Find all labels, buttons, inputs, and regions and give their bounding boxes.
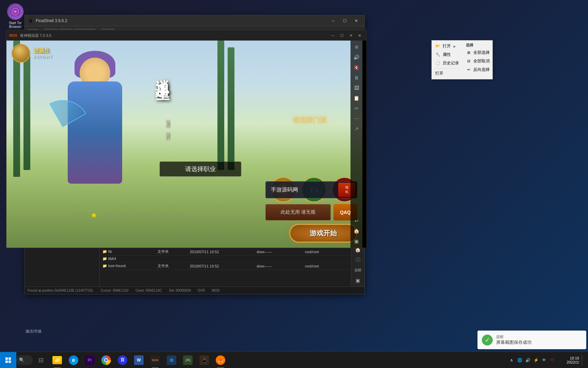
status-found: Found at position 0x00AE116E (11407726).: [28, 289, 94, 292]
table-row[interactable]: 📁 lib 文件夹 2019/07/11 10:52 drwx------ ro…: [100, 248, 351, 256]
tor-label: Start Tor Browser: [3, 21, 27, 29]
notification-icon: ✓: [482, 335, 493, 346]
ctx-divider: [435, 68, 460, 68]
taskbar-icon-explorer[interactable]: 📁: [49, 352, 65, 368]
nox-sidebar: ⊞ 🔊 🔇 🖥 🖼 📋 ✂ ⋯ ↗ ↩ 🏠 ▣: [350, 41, 362, 248]
nox-extra[interactable]: ⊞: [356, 32, 364, 39]
invert-icon: ↩: [466, 67, 471, 73]
taskbar-search[interactable]: 🔍: [16, 352, 33, 368]
desktop-icon-tor[interactable]: Start Tor Browser: [3, 3, 27, 29]
status-caret: Caret: 00AE119C: [135, 289, 162, 292]
game-area: 逍遥生 KNIGHT 逍遥生 快意思，踏歌行 请选择职业: [6, 41, 362, 248]
taskbar-icon-unknown3[interactable]: 📱: [196, 352, 212, 368]
taskbar-taskview[interactable]: ⊟: [33, 352, 49, 368]
systray-network[interactable]: 🌐: [516, 357, 523, 364]
table-row[interactable]: 📁 lib64: [100, 256, 351, 262]
ignore-btn[interactable]: 此处无用 请无视: [265, 204, 331, 220]
notification-content: 提醒 屏幕截图保存成功: [496, 334, 532, 346]
nox-side-btn-external[interactable]: ↗: [352, 124, 362, 134]
finalshell-statusbar: Found at position 0x00AE116E (11407726).…: [25, 287, 364, 294]
star-6: ☆: [146, 210, 156, 220]
faction-title: 请选择门派: [293, 116, 327, 124]
systray-input[interactable]: 中: [541, 357, 548, 364]
nox-close[interactable]: ✕: [347, 32, 355, 39]
svg-rect-10: [5, 357, 8, 360]
systray-sound[interactable]: 🔊: [524, 357, 531, 364]
notification-toast: ✓ 提醒 屏幕截图保存成功: [477, 331, 586, 349]
taskbar-clock[interactable]: 18:16 2022/1/: [567, 356, 579, 364]
star-1: ☆: [75, 210, 85, 220]
nox-side-btn-expand[interactable]: ⊞: [352, 42, 362, 52]
nox-side-btn-undo[interactable]: ↩: [352, 216, 362, 226]
start-game-btn[interactable]: 游戏开始: [289, 224, 357, 243]
maximize-button[interactable]: ☐: [340, 17, 349, 24]
notification-text: 屏幕截图保存成功: [496, 339, 532, 346]
player-avatar: [12, 44, 30, 63]
taskbar-icon-baidu[interactable]: 百: [114, 352, 131, 368]
history-icon: 🕐: [435, 61, 441, 66]
taskbar-right: ∧ 🌐 🔊 ⚡ 中 🛡 ↓ 18:16 2022/1/: [508, 355, 588, 366]
ctx-select-all[interactable]: ⊞ 全部选择: [462, 48, 493, 57]
ctx-deselect-all[interactable]: ⊟ 全部取消: [462, 57, 493, 65]
ctx-item-open[interactable]: 📂 打开 ▸: [432, 42, 462, 50]
minimize-button[interactable]: ─: [328, 17, 338, 24]
show-desktop-btn[interactable]: [582, 355, 585, 366]
nox-side-btn-sound[interactable]: 🔊: [352, 52, 362, 62]
nox-side-btn-copy[interactable]: 📋: [352, 93, 362, 103]
finalshell-title: FinalShell 3.9.6.2: [36, 18, 328, 23]
game-title: 逍遥生: [153, 68, 172, 78]
systray-antivirus[interactable]: 🛡: [549, 357, 556, 364]
status-sel: Sel: 00000009: [169, 289, 191, 292]
properties-icon: 🔧: [435, 52, 441, 58]
table-row[interactable]: 📁 lost+found 文件夹 2019/07/11 10:52 drwx--…: [100, 262, 351, 270]
svg-rect-11: [9, 357, 11, 360]
activate-notice[interactable]: 激活/升级: [26, 329, 42, 334]
svg-rect-12: [5, 361, 8, 363]
finalshell-titlebar: 🖥 FinalShell 3.9.6.2 ─ ☐ ✕: [25, 15, 364, 26]
systray-battery[interactable]: ⚡: [533, 357, 539, 364]
nox-side-btn-home[interactable]: 🏠: [352, 226, 362, 236]
window-controls: ─ ☐ ✕: [328, 17, 361, 24]
rt-btn-terminal[interactable]: ▣: [353, 276, 363, 285]
taskbar-icon-unknown2[interactable]: 🎮: [180, 352, 196, 368]
taskbar-icon-word[interactable]: W: [131, 352, 147, 368]
nox-window: NOX 夜神模拟器 7.0.3.5 ─ ☐ ✕ ⊞: [6, 30, 367, 248]
taskbar-icon-chrome[interactable]: [98, 352, 114, 368]
nox-side-btn-volume-off[interactable]: 🔇: [352, 63, 362, 72]
start-button[interactable]: [0, 352, 16, 368]
svg-point-2: [14, 10, 17, 13]
rt-btn-bell[interactable]: 提醒: [353, 265, 363, 275]
rt-btn-info[interactable]: ⓘ: [353, 255, 363, 265]
nox-maximize[interactable]: ☐: [338, 32, 346, 39]
taskbar-icon-edge[interactable]: e: [65, 352, 82, 368]
tor-icon: [7, 3, 23, 20]
star-3: ☆: [103, 210, 113, 220]
nox-minimize[interactable]: ─: [329, 32, 337, 39]
taskbar-icon-unknown1[interactable]: ⚙: [163, 352, 180, 368]
ctx-col-right: 选择 ⊞ 全部选择 ⊟ 全部取消 ↩ 反向选择: [462, 41, 493, 79]
close-button[interactable]: ✕: [352, 17, 361, 24]
start-game-text: 游戏开始: [310, 229, 337, 238]
systray-download[interactable]: ↓: [557, 357, 564, 364]
nox-side-btn-screen[interactable]: 🖥: [352, 73, 362, 82]
ctx-select-header: 选择: [462, 42, 493, 48]
bottom-buttons: 此处无用 请无视 QAQ: [265, 204, 357, 220]
nox-side-btn-terminal[interactable]: ▣: [352, 236, 362, 246]
bamboo-decoration-4: [228, 47, 234, 170]
nox-side-btn-cut[interactable]: ✂: [352, 104, 362, 113]
star-4: ☆: [117, 210, 128, 220]
job-select-dialog[interactable]: 请选择职业: [160, 162, 241, 177]
systray-up-arrow[interactable]: ∧: [508, 357, 515, 364]
nox-side-btn-screenshot[interactable]: 🖼: [352, 83, 362, 93]
taskbar-icons: 🔍 ⊟ 📁 e Pr: [16, 352, 229, 368]
ctx-invert-select[interactable]: ↩ 反向选择: [462, 65, 493, 74]
taskbar-icon-premiere[interactable]: Pr: [82, 352, 98, 368]
nox-side-btn-more[interactable]: ⋯: [352, 114, 362, 123]
ctx-item-open2[interactable]: 打开: [432, 69, 462, 78]
taskbar-icon-nox[interactable]: NOX: [147, 352, 163, 368]
char-body: [68, 81, 122, 184]
taskbar-icon-firefox[interactable]: 🦊: [212, 352, 229, 368]
nox-titlebar: NOX 夜神模拟器 7.0.3.5 ─ ☐ ✕ ⊞: [6, 30, 366, 41]
ctx-item-history[interactable]: 🕐 历史记录: [432, 59, 462, 67]
ctx-item-properties[interactable]: 🔧 属性: [432, 50, 462, 59]
